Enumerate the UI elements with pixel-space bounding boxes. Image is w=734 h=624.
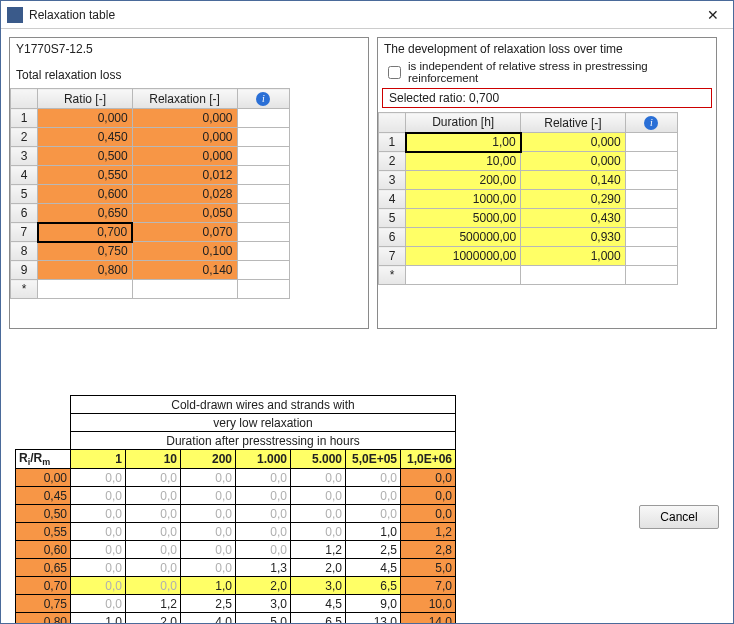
lookup-cell: 0,0	[181, 559, 236, 577]
lookup-cell: 4,5	[346, 559, 401, 577]
lookup-cell: 0,0	[71, 595, 126, 613]
lookup-cell: 1,3	[236, 559, 291, 577]
lookup-cell: 14,0	[401, 613, 456, 624]
lookup-cell: 2,0	[291, 559, 346, 577]
lookup-cell: 0,0	[71, 541, 126, 559]
lookup-cell: 10,0	[401, 595, 456, 613]
strand-code: Y1770S7-12.5	[10, 38, 368, 60]
lookup-cell: 0,0	[401, 487, 456, 505]
selected-duration-cell[interactable]: 1,00	[406, 133, 521, 152]
col-relative: Relative [-]	[521, 113, 626, 133]
lookup-cell: 0,0	[181, 523, 236, 541]
lookup-cell: 0,0	[236, 541, 291, 559]
lookup-row-header: 0,50	[16, 505, 71, 523]
app-icon	[7, 7, 23, 23]
lookup-cell: 1,2	[126, 595, 181, 613]
lookup-cell: 2,0	[126, 613, 181, 624]
lookup-cell: 0,0	[291, 523, 346, 541]
lookup-cell: 9,0	[346, 595, 401, 613]
lookup-cell: 0,0	[401, 505, 456, 523]
lookup-cell: 0,0	[236, 523, 291, 541]
independent-checkbox[interactable]	[388, 66, 401, 79]
lookup-cell: 7,0	[401, 577, 456, 595]
lookup-cell: 0,0	[291, 505, 346, 523]
lookup-cell: 2,0	[236, 577, 291, 595]
selected-ratio-display: Selected ratio: 0,700	[382, 88, 712, 108]
lookup-cell: 0,0	[291, 469, 346, 487]
lookup-cell: 1,0	[346, 523, 401, 541]
lookup-cell: 4,5	[291, 595, 346, 613]
lookup-cell: 0,0	[236, 469, 291, 487]
col-duration: Duration [h]	[406, 113, 521, 133]
lookup-cell: 1,2	[291, 541, 346, 559]
lookup-row-header: 0,80	[16, 613, 71, 624]
lookup-cell: 0,0	[346, 487, 401, 505]
lookup-row-header: 0,60	[16, 541, 71, 559]
info-icon[interactable]: i	[256, 92, 270, 106]
lookup-cell: 3,0	[291, 577, 346, 595]
lookup-cell: 6,5	[291, 613, 346, 624]
lookup-cell: 2,5	[346, 541, 401, 559]
new-row[interactable]: *	[379, 266, 406, 285]
new-row[interactable]: *	[11, 280, 38, 299]
col-relaxation: Relaxation [-]	[132, 89, 237, 109]
lookup-cell: 0,0	[126, 469, 181, 487]
lookup-cell: 0,0	[181, 505, 236, 523]
window-title: Relaxation table	[29, 8, 699, 22]
lookup-row-header: 0,75	[16, 595, 71, 613]
lookup-cell: 0,0	[126, 487, 181, 505]
right-panel: The development of relaxation loss over …	[377, 37, 717, 329]
lookup-cell: 0,0	[181, 469, 236, 487]
lookup-cell: 0,0	[181, 541, 236, 559]
lookup-cell: 0,0	[126, 523, 181, 541]
lookup-table: Cold-drawn wires and strands with very l…	[15, 395, 456, 624]
lookup-cell: 13,0	[346, 613, 401, 624]
lookup-cell: 0,0	[181, 487, 236, 505]
close-button[interactable]: ✕	[699, 7, 727, 23]
lookup-cell: 0,0	[126, 541, 181, 559]
lookup-cell: 0,0	[71, 559, 126, 577]
lookup-cell: 0,0	[291, 487, 346, 505]
lookup-cell: 0,0	[236, 505, 291, 523]
lookup-row-header: 0,65	[16, 559, 71, 577]
lookup-cell: 1,0	[71, 613, 126, 624]
selected-ratio-cell[interactable]: 0,700	[38, 223, 132, 242]
lookup-cell: 0,0	[71, 487, 126, 505]
lookup-cell: 5,0	[236, 613, 291, 624]
lookup-cell: 2,8	[401, 541, 456, 559]
right-header: The development of relaxation loss over …	[378, 38, 716, 60]
cancel-button[interactable]: Cancel	[639, 505, 719, 529]
lookup-cell: 0,0	[71, 523, 126, 541]
lookup-cell: 3,0	[236, 595, 291, 613]
lookup-cell: 2,5	[181, 595, 236, 613]
lookup-cell: 0,0	[71, 469, 126, 487]
lookup-cell: 0,0	[236, 487, 291, 505]
lookup-cell: 6,5	[346, 577, 401, 595]
duration-grid[interactable]: Duration [h] Relative [-] i 11,000,000 2…	[378, 112, 678, 285]
lookup-row-header: 0,45	[16, 487, 71, 505]
left-panel: Y1770S7-12.5 Total relaxation loss Ratio…	[9, 37, 369, 329]
independent-label: is independent of relative stress in pre…	[408, 60, 710, 84]
lookup-cell: 0,0	[126, 559, 181, 577]
lookup-cell: 0,0	[126, 577, 181, 595]
lookup-cell: 0,0	[346, 469, 401, 487]
lookup-row-header: 0,00	[16, 469, 71, 487]
info-icon[interactable]: i	[644, 116, 658, 130]
lookup-cell: 0,0	[71, 577, 126, 595]
lookup-row-header: 0,55	[16, 523, 71, 541]
lookup-cell: 0,0	[401, 469, 456, 487]
lookup-cell: 0,0	[71, 505, 126, 523]
lookup-cell: 4,0	[181, 613, 236, 624]
lookup-cell: 5,0	[401, 559, 456, 577]
lookup-cell: 0,0	[346, 505, 401, 523]
lookup-cell: 1,0	[181, 577, 236, 595]
left-subtitle: Total relaxation loss	[10, 60, 368, 88]
lookup-cell: 1,2	[401, 523, 456, 541]
lookup-cell: 0,0	[126, 505, 181, 523]
col-ratio: Ratio [-]	[38, 89, 132, 109]
ratio-grid[interactable]: Ratio [-] Relaxation [-] i 10,0000,000 2…	[10, 88, 290, 299]
lookup-row-header: 0,70	[16, 577, 71, 595]
titlebar: Relaxation table ✕	[1, 1, 733, 29]
